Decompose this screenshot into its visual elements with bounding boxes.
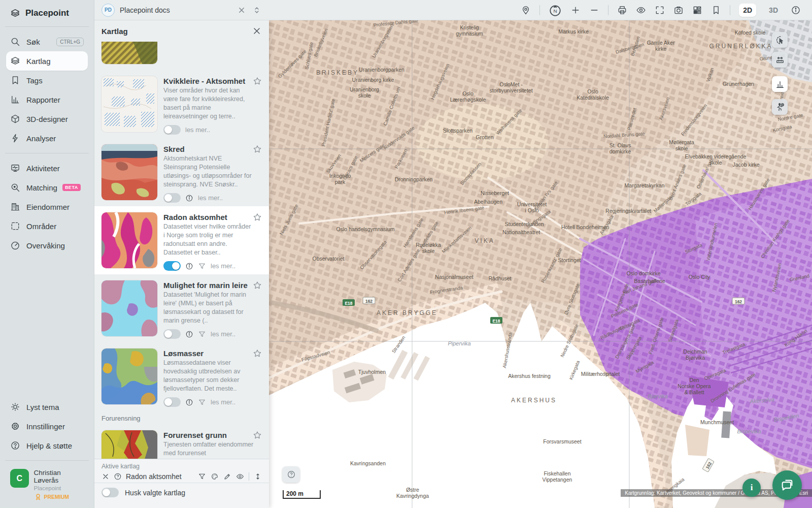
scale-bar: 200 m [283, 490, 321, 499]
map-label-stortinget: Stortinget [558, 257, 581, 263]
filter-icon[interactable] [198, 330, 206, 338]
user-profile[interactable]: C Christian Løverås Placepoint PREMIUM [0, 463, 94, 508]
layer-card-radon-aktsomhet[interactable]: Radon aktsomhet Datasettet viser hvilke … [94, 206, 269, 274]
monitor-pulse-icon [10, 163, 20, 173]
app-title: Placepoint [25, 8, 69, 18]
info-button[interactable]: i [742, 479, 761, 497]
divider [5, 460, 89, 461]
zoom-out-icon[interactable] [589, 5, 599, 15]
read-more-link[interactable]: les mer.. [211, 262, 235, 270]
close-icon[interactable] [236, 5, 247, 15]
beta-badge: BETA [62, 184, 81, 191]
sidebar-item-label: Lyst tema [26, 403, 59, 411]
filter-icon[interactable] [198, 398, 206, 406]
sidebar-item-innstillinger[interactable]: Innstillinger [6, 417, 88, 436]
sidebar-item-tags[interactable]: Tags [6, 71, 88, 90]
layer-card-l-smasser[interactable]: Løsmasser Løsmassedataene viser hovedsak… [94, 342, 269, 410]
filter-icon[interactable] [198, 262, 206, 270]
info-icon[interactable] [185, 262, 193, 270]
favorite-star-icon[interactable] [252, 430, 262, 440]
edit-style-icon[interactable] [223, 472, 231, 481]
zoom-in-icon[interactable] [570, 5, 581, 15]
fullscreen-icon[interactable] [655, 5, 665, 15]
layer-toggle[interactable] [163, 261, 181, 271]
layer-help-icon[interactable] [114, 472, 122, 481]
map-help-button[interactable] [282, 466, 300, 483]
info-icon[interactable] [791, 5, 801, 15]
map-label-oslo-handelsgymnasium: Oslo handelsgymnasium [336, 226, 395, 232]
sidebar-item-rapporter[interactable]: Rapporter [6, 90, 88, 109]
chart-icon [10, 94, 20, 105]
screenshot-icon[interactable] [673, 5, 684, 15]
read-more-link[interactable]: les mer.. [198, 194, 223, 202]
favorite-star-icon[interactable] [252, 212, 262, 223]
layer-card[interactable]: (aktsomhetsområder) for større kvikkleir… [94, 42, 269, 70]
chat-button[interactable] [772, 470, 802, 500]
measure-button[interactable] [772, 52, 788, 68]
map-label-fiskehallen-vippetangen: FiskehallenVippetangen [543, 470, 572, 483]
select-features-button[interactable] [772, 32, 788, 48]
sidebar-item-omr-der[interactable]: Områder [6, 216, 88, 236]
reorder-icon[interactable] [254, 472, 262, 481]
favorite-star-icon[interactable] [252, 76, 262, 86]
collapse-expand-icon[interactable] [252, 5, 262, 15]
visibility-icon[interactable] [236, 472, 244, 481]
app-logo[interactable]: Placepoint [0, 0, 94, 24]
layer-toggle[interactable] [163, 397, 181, 407]
sidebar-item-3d-designer[interactable]: 3D-designer [6, 109, 88, 129]
avatar: C [10, 469, 29, 488]
layer-toggle[interactable] [163, 193, 181, 203]
sidebar-item-aktiviteter[interactable]: Aktiviteter [6, 158, 88, 178]
location-share-icon[interactable] [521, 5, 531, 15]
sidebar-item-kartlag[interactable]: Kartlag [6, 51, 88, 71]
info-icon[interactable] [185, 398, 193, 406]
layer-description: Løsmassedataene viser hovedsaklig utbred… [163, 359, 254, 393]
info-icon[interactable] [185, 330, 193, 338]
palette-icon[interactable] [211, 472, 219, 481]
legend-grid-icon[interactable] [692, 5, 702, 15]
read-more-link[interactable]: les mer.. [185, 126, 210, 134]
map-label-munchmuseet: Munchmuseet [700, 419, 734, 425]
statistics-button[interactable] [772, 76, 788, 92]
sidebar-item-analyser[interactable]: Analyser [6, 129, 88, 148]
favorite-star-icon[interactable] [252, 280, 262, 291]
sidebar-item-hjelp-st-tte[interactable]: Hjelp & støtte [6, 436, 88, 455]
layer-card-skred[interactable]: Skred Aktsomhetskart NVE Steinsprang Pot… [94, 138, 269, 206]
read-more-link[interactable]: les mer.. [211, 398, 235, 406]
travel-time-button[interactable] [772, 99, 788, 115]
search-input[interactable]: PD Placepoint docs [94, 4, 269, 17]
sidebar-item-overv-king[interactable]: Overvåking [6, 236, 88, 255]
layer-toggle[interactable] [163, 125, 181, 135]
sidebar-item-eiendommer[interactable]: Eiendommer [6, 197, 88, 216]
premium-badge: PREMIUM [34, 493, 87, 501]
layer-toggle[interactable] [163, 329, 181, 339]
remember-layers-toggle[interactable] [101, 488, 119, 497]
layer-card-forurenset-grunn[interactable]: Forurenset grunn Tjenesten omfatter eien… [94, 424, 269, 459]
map-label-uranienborg-kirke: Uranienborg kirke [352, 77, 394, 83]
layers-logo-icon [10, 8, 20, 18]
map-label-oslo-domkirke: Oslo domkirke [626, 270, 660, 276]
visibility-icon[interactable] [636, 5, 646, 15]
layer-description: Datasettet viser hvilke områder i Norge … [163, 223, 254, 257]
close-panel-icon[interactable] [252, 26, 262, 36]
filter-icon[interactable] [198, 472, 206, 481]
layer-card-kvikkleire-aktsomhet[interactable]: Kvikkleire - Aktsomhet Viser områder hvo… [94, 70, 269, 138]
read-more-link[interactable]: les mer.. [211, 330, 235, 338]
layer-description: Viser områder hvor det kan være fare for… [163, 86, 254, 121]
sidebar-item-lyst-tema[interactable]: Lyst tema [6, 397, 88, 417]
map-canvas[interactable]: E18162E18162162 Professor Dahls gateKris… [269, 20, 812, 508]
compass-north-icon[interactable]: N [549, 4, 562, 17]
bookmark-icon[interactable] [711, 5, 721, 15]
view-mode-3d[interactable]: 3D [765, 4, 782, 17]
sidebar-item-s-k[interactable]: Søk CTRL+G [6, 32, 88, 51]
sidebar-item-matching[interactable]: Matching BETA [6, 178, 88, 197]
layer-thumbnail [101, 212, 157, 268]
favorite-star-icon[interactable] [252, 144, 262, 154]
layer-card-mulighet-for-marin-leire[interactable]: Mulighet for marin leire Datasettet 'Mul… [94, 274, 269, 342]
info-icon[interactable] [185, 194, 193, 202]
remove-layer-icon[interactable] [101, 472, 110, 481]
print-icon[interactable] [617, 5, 627, 15]
view-mode-2d[interactable]: 2D [739, 4, 756, 17]
favorite-star-icon[interactable] [252, 348, 262, 359]
sidebar-item-label: Søk [26, 38, 40, 46]
